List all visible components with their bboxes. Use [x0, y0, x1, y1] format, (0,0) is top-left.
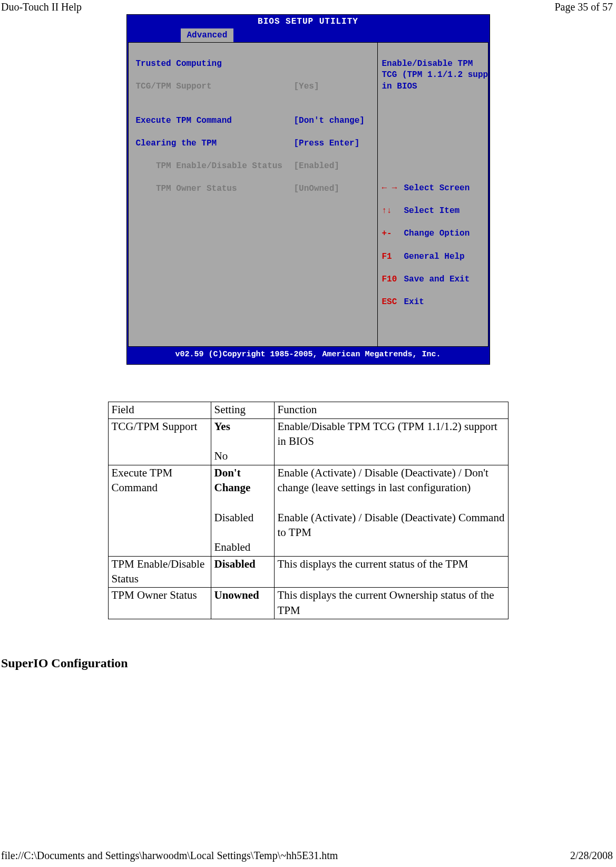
bios-key-help: ← →Select Screen ↑↓Select Item +-Change … — [382, 171, 484, 319]
cell-setting: Disabled — [211, 556, 274, 588]
help-line: in BIOS — [382, 82, 417, 91]
bios-value: [Yes] — [294, 81, 319, 93]
bios-value: [Press Enter] — [294, 138, 360, 150]
help-line: TCG (TPM 1.1/1.2 supp — [382, 70, 488, 80]
bios-tabs: Advanced — [127, 28, 490, 42]
cell-field: Execute TPM Command — [108, 465, 211, 556]
key-line: ↑↓Select Item — [382, 206, 484, 217]
bios-row-clear[interactable]: Clearing the TPM[Press Enter] — [136, 138, 372, 150]
table-header-row: Field Setting Function — [108, 402, 508, 418]
key-line: F10Save and Exit — [382, 274, 484, 286]
description-table: Field Setting Function TCG/TPM Support Y… — [108, 402, 509, 619]
bios-value: [UnOwned] — [294, 183, 339, 195]
bios-label: TPM Enable/Disable Status — [136, 161, 294, 172]
bios-row-owner-status: TPM Owner Status[UnOwned] — [136, 183, 372, 195]
key-line: ← →Select Screen — [382, 183, 484, 194]
footer-path: file://C:\Documents and Settings\harwood… — [1, 850, 338, 862]
key-key: ← → — [382, 183, 404, 194]
cell-setting: Unowned — [211, 588, 274, 619]
setting-bold: Don't Change — [214, 466, 251, 494]
key-line: F1General Help — [382, 251, 484, 263]
bios-value: [Don't change] — [294, 115, 365, 127]
key-line: +-Change Option — [382, 228, 484, 240]
key-key: F10 — [382, 274, 404, 286]
bios-label: Execute TPM Command — [136, 115, 294, 127]
setting-plain: Disabled — [214, 511, 254, 524]
bios-label: Clearing the TPM — [136, 138, 294, 150]
panel-heading: Trusted Computing — [136, 59, 222, 69]
bios-row-enable-status: TPM Enable/Disable Status[Enabled] — [136, 161, 372, 172]
bios-title-bar: BIOS SETUP UTILITY — [127, 15, 490, 28]
table-row: TPM Enable/Disable Status Disabled This … — [108, 556, 508, 588]
key-key: ESC — [382, 297, 404, 308]
th-setting: Setting — [211, 402, 274, 418]
key-desc: Select Screen — [404, 183, 470, 194]
page-footer: file://C:\Documents and Settings\harwood… — [1, 850, 613, 862]
setting-bold: Yes — [214, 420, 230, 433]
cell-function: Enable (Activate) / Disable (Deactivate)… — [274, 465, 508, 556]
bios-label: TPM Owner Status — [136, 183, 294, 195]
th-function: Function — [274, 402, 508, 418]
setting-bold: Disabled — [214, 558, 256, 570]
help-line: Enable/Disable TPM — [382, 59, 473, 69]
cell-setting: Yes No — [211, 418, 274, 465]
bios-right-pane: Enable/Disable TPM TCG (TPM 1.1/1.2 supp… — [378, 42, 488, 347]
key-desc: General Help — [404, 251, 465, 263]
setting-bold: Unowned — [214, 589, 259, 601]
th-field: Field — [108, 402, 211, 418]
bios-label: TCG/TPM Support — [136, 81, 294, 93]
function-line: Enable (Activate) / Disable (Deactivate)… — [278, 511, 505, 539]
cell-field: TPM Enable/Disable Status — [108, 556, 211, 588]
section-heading-superio: SuperIO Configuration — [1, 656, 616, 670]
bios-left-pane: Trusted Computing TCG/TPM Support[Yes] E… — [128, 42, 378, 347]
setting-plain: Enabled — [214, 541, 251, 553]
bios-row-tcg[interactable]: TCG/TPM Support[Yes] — [136, 81, 372, 93]
key-key: ↑↓ — [382, 206, 404, 217]
description-table-wrap: Field Setting Function TCG/TPM Support Y… — [108, 402, 509, 619]
table-row: Execute TPM Command Don't Change Disable… — [108, 465, 508, 556]
key-key: +- — [382, 228, 404, 240]
page-number: Page 35 of 57 — [554, 1, 613, 13]
bios-row-exec[interactable]: Execute TPM Command[Don't change] — [136, 115, 372, 127]
cell-field: TCG/TPM Support — [108, 418, 211, 465]
bios-body: Trusted Computing TCG/TPM Support[Yes] E… — [127, 42, 490, 347]
bios-screenshot: BIOS SETUP UTILITY Advanced Trusted Comp… — [126, 14, 490, 365]
cell-field: TPM Owner Status — [108, 588, 211, 619]
cell-function: This displays the current status of the … — [274, 556, 508, 588]
function-line: Enable (Activate) / Disable (Deactivate)… — [278, 466, 488, 494]
bios-footer: v02.59 (C)Copyright 1985-2005, American … — [127, 347, 490, 364]
bios-value: [Enabled] — [294, 161, 339, 172]
doc-title: Duo-Touch II Help — [1, 1, 82, 13]
key-key: F1 — [382, 251, 404, 263]
tab-advanced[interactable]: Advanced — [181, 28, 234, 42]
key-desc: Select Item — [404, 206, 460, 217]
key-desc: Exit — [404, 297, 424, 308]
page-header: Duo-Touch II Help Page 35 of 57 — [0, 0, 616, 13]
table-row: TCG/TPM Support Yes No Enable/Disable TP… — [108, 418, 508, 465]
cell-setting: Don't Change Disabled Enabled — [211, 465, 274, 556]
key-desc: Save and Exit — [404, 274, 470, 286]
cell-function: Enable/Disable TPM TCG (TPM 1.1/1.2) sup… — [274, 418, 508, 465]
setting-plain: No — [214, 450, 228, 462]
table-row: TPM Owner Status Unowned This displays t… — [108, 588, 508, 619]
cell-function: This displays the current Ownership stat… — [274, 588, 508, 619]
tab-spacer — [127, 28, 181, 42]
footer-date: 2/28/2008 — [570, 850, 613, 862]
key-desc: Change Option — [404, 228, 470, 240]
key-line: ESCExit — [382, 297, 484, 308]
